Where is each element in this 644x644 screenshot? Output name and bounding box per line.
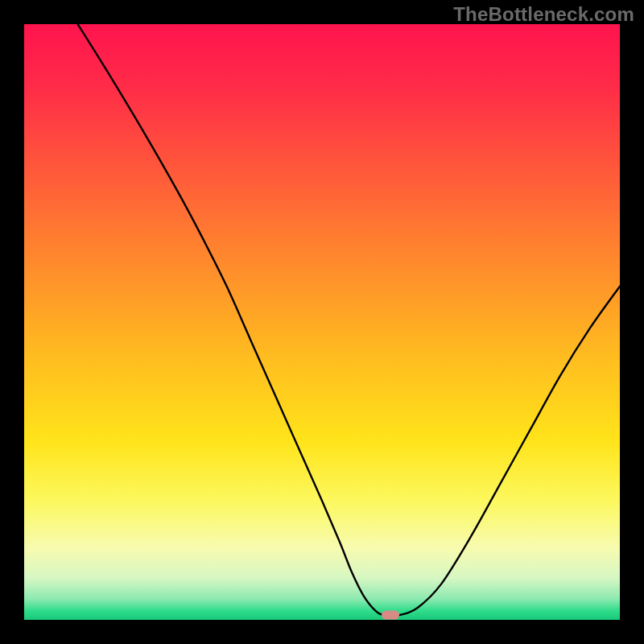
chart-frame: TheBottleneck.com <box>0 0 644 644</box>
watermark-text: TheBottleneck.com <box>453 3 634 26</box>
plot-svg <box>24 24 620 620</box>
plot-area <box>24 24 620 620</box>
gradient-rect <box>24 24 620 620</box>
optimal-marker <box>382 611 399 620</box>
